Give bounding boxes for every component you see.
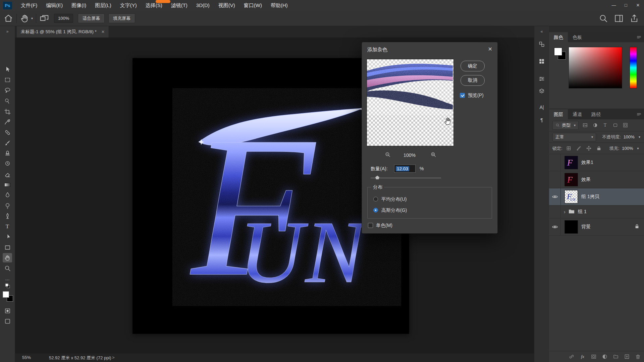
- menu-type[interactable]: 文字(Y): [116, 0, 141, 11]
- status-chevron-icon[interactable]: >: [112, 355, 115, 360]
- adjustments-panel-icon[interactable]: [538, 75, 546, 83]
- lock-all-icon[interactable]: [595, 145, 603, 152]
- hue-slider[interactable]: [630, 47, 637, 88]
- tab-close-icon[interactable]: ✕: [101, 29, 105, 34]
- tab-layers[interactable]: 图层: [549, 109, 568, 119]
- healing-brush-tool[interactable]: [3, 128, 12, 137]
- lock-pixels-icon[interactable]: [575, 145, 583, 152]
- path-selection-tool[interactable]: [3, 232, 12, 241]
- brush-tool[interactable]: [3, 138, 12, 147]
- menu-image[interactable]: 图像(I): [67, 0, 91, 11]
- uniform-radio[interactable]: [373, 197, 378, 201]
- monochromatic-label[interactable]: 单色(M): [376, 223, 392, 229]
- collapsed-panel-icon-2[interactable]: [538, 57, 546, 65]
- delete-layer-icon[interactable]: [634, 353, 642, 360]
- collapse-toolbar-button[interactable]: »: [3, 27, 12, 36]
- layer-thumbnail[interactable]: [565, 220, 578, 234]
- share-icon[interactable]: [629, 13, 639, 23]
- quick-selection-tool[interactable]: [3, 96, 12, 106]
- marquee-tool[interactable]: [3, 75, 12, 84]
- gaussian-radio-label[interactable]: 高斯分布(G): [381, 207, 407, 214]
- gaussian-radio[interactable]: [373, 208, 378, 213]
- quick-mask-button[interactable]: [3, 306, 12, 315]
- tab-swatches[interactable]: 色板: [568, 32, 587, 42]
- layer-style-fx-icon[interactable]: fx: [579, 353, 586, 360]
- eyedropper-tool[interactable]: [3, 117, 12, 126]
- visibility-toggle[interactable]: [549, 171, 561, 188]
- layer-row-group1[interactable]: › 组 1: [549, 205, 644, 219]
- screen-mode-button[interactable]: [3, 316, 12, 326]
- filter-adjustment-layers-icon[interactable]: [591, 122, 599, 129]
- layer-row-effect1[interactable]: F 效果1: [549, 154, 644, 171]
- uniform-radio-label[interactable]: 平均分布(U): [381, 196, 407, 202]
- rectangle-tool[interactable]: [3, 243, 12, 252]
- fill-screen-button[interactable]: 填充屏幕: [108, 13, 135, 23]
- ok-button[interactable]: 确定: [461, 61, 485, 71]
- search-icon[interactable]: [598, 13, 608, 23]
- link-layers-icon[interactable]: [568, 353, 575, 360]
- opacity-value[interactable]: 100%: [624, 134, 635, 139]
- preview-checkbox-label[interactable]: 预览(P): [468, 93, 484, 99]
- visibility-toggle[interactable]: [549, 188, 561, 205]
- move-tool[interactable]: [3, 65, 12, 74]
- arrange-windows-icon[interactable]: [39, 13, 49, 23]
- workspace-icon[interactable]: [614, 13, 624, 23]
- status-zoom-level[interactable]: 55%: [22, 355, 31, 360]
- close-button[interactable]: ✕: [632, 0, 644, 11]
- default-colors-icon[interactable]: [3, 282, 12, 289]
- blur-tool[interactable]: [3, 190, 12, 199]
- lock-transparency-icon[interactable]: [565, 145, 573, 152]
- hand-tool-options-icon[interactable]: [20, 13, 30, 23]
- foreground-color-swatch-panel[interactable]: [554, 48, 562, 56]
- paragraph-panel-icon[interactable]: ¶: [538, 116, 546, 124]
- lasso-tool[interactable]: [3, 85, 12, 95]
- gradient-tool[interactable]: [3, 180, 12, 189]
- cancel-button[interactable]: 取消: [461, 75, 485, 86]
- layer-row-effect[interactable]: F 效果: [549, 171, 644, 188]
- zoom-out-icon[interactable]: [385, 152, 391, 159]
- clone-stamp-tool[interactable]: [3, 148, 12, 158]
- dodge-tool[interactable]: [3, 201, 12, 210]
- layer-filter-type-select[interactable]: 类型 ▾: [552, 121, 579, 130]
- zoom-100-button[interactable]: 100%: [54, 14, 73, 23]
- minimize-button[interactable]: —: [608, 0, 620, 11]
- amount-slider-thumb[interactable]: [375, 176, 379, 179]
- tab-color[interactable]: 颜色: [549, 32, 568, 42]
- menu-3d[interactable]: 3D(D): [192, 0, 214, 11]
- home-icon[interactable]: [3, 13, 13, 23]
- visibility-toggle[interactable]: [549, 205, 561, 218]
- history-brush-tool[interactable]: [3, 159, 12, 168]
- noise-preview[interactable]: [367, 59, 454, 146]
- collapsed-panel-icon-1[interactable]: [538, 40, 546, 48]
- hand-tool[interactable]: [3, 253, 12, 262]
- visibility-toggle[interactable]: [549, 219, 561, 235]
- menu-view[interactable]: 视图(V): [214, 0, 239, 11]
- menu-edit[interactable]: 编辑(E): [42, 0, 67, 11]
- blend-mode-select[interactable]: 正常▾: [552, 133, 596, 141]
- filter-type-layers-icon[interactable]: T: [601, 122, 609, 129]
- add-layer-mask-icon[interactable]: [590, 353, 597, 360]
- panel-menu-icon[interactable]: [634, 109, 644, 119]
- color-saturation-field[interactable]: [569, 47, 622, 88]
- layer-row-group1-copy-selected[interactable]: F UN 组 1拷贝: [549, 188, 644, 205]
- amount-input[interactable]: 12.03: [394, 165, 416, 173]
- fit-screen-button[interactable]: 适合屏幕: [78, 13, 105, 23]
- layer-thumbnail[interactable]: F: [565, 156, 578, 169]
- type-tool[interactable]: T: [3, 222, 12, 231]
- tab-paths[interactable]: 路径: [587, 109, 605, 119]
- group-expand-icon[interactable]: ›: [564, 209, 566, 215]
- foreground-color-swatch[interactable]: [3, 291, 9, 298]
- eraser-tool[interactable]: [3, 170, 12, 179]
- layer-thumbnail[interactable]: F: [565, 173, 578, 186]
- panel-menu-icon[interactable]: [634, 32, 644, 42]
- preview-checkbox[interactable]: [460, 93, 465, 98]
- zoom-tool[interactable]: [3, 263, 12, 273]
- crop-tool[interactable]: [3, 107, 12, 116]
- filter-pixel-layers-icon[interactable]: [581, 122, 589, 129]
- tab-channels[interactable]: 通道: [568, 109, 587, 119]
- new-adjustment-layer-icon[interactable]: [601, 353, 608, 360]
- visibility-toggle[interactable]: [549, 154, 561, 171]
- amount-slider-track[interactable]: [371, 178, 441, 178]
- new-layer-icon[interactable]: [623, 353, 631, 360]
- pen-tool[interactable]: [3, 211, 12, 221]
